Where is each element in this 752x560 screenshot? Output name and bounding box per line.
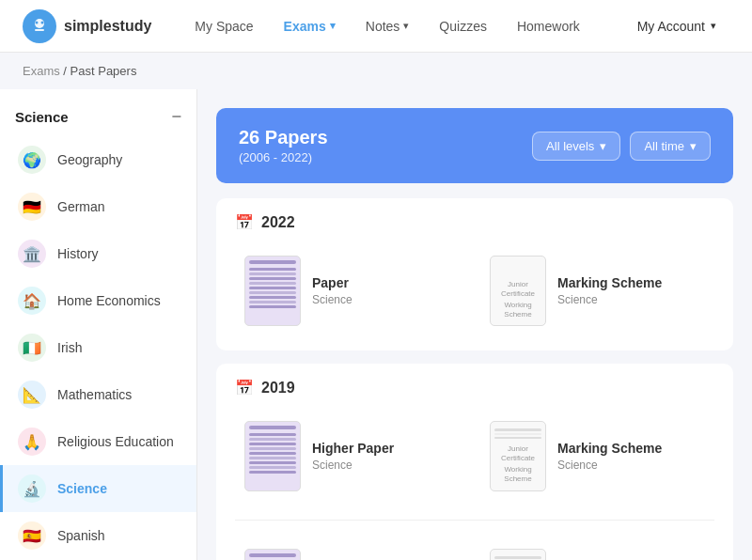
filter-group: All levels ▾ All time ▾ [532,132,711,161]
german-icon: 🇩🇪 [18,193,46,221]
header: simplestudy My Space Exams ▾ Notes ▾ Qui… [0,0,752,53]
filter-time-button[interactable]: All time ▾ [630,132,711,161]
levels-chevron-icon: ▾ [600,139,606,153]
year-header-2022: 📅 2022 [235,213,714,231]
papers-divider [235,520,714,521]
account-button[interactable]: My Account ▾ [624,11,729,41]
svg-point-2 [36,21,39,23]
sidebar-item-mathematics[interactable]: 📐 Mathematics [0,371,196,418]
history-icon: 🏛️ [18,240,46,268]
year-section-2019: 📅 2019 [216,364,733,560]
papers-info: 26 Papers (2006 - 2022) [239,127,328,164]
papers-grid-2022: Paper Science [235,246,714,335]
marking-thumbnail-2019-2: Junior Certificate Working Scheme [490,549,546,560]
mathematics-icon: 📐 [18,381,46,409]
marking-thumbnail-2019-1: Junior Certificate Working Scheme [490,421,546,491]
papers-header: 26 Papers (2006 - 2022) All levels ▾ All… [216,108,733,183]
main-content: 26 Papers (2006 - 2022) All levels ▾ All… [197,89,752,560]
sidebar-title: Science − [0,104,196,136]
sidebar-item-home-economics[interactable]: 🏠 Home Economics [0,277,196,324]
papers-grid-2019: Higher Paper Science Ju [235,412,714,560]
marking-info-2022: Marking Scheme Science [557,275,662,306]
logo[interactable]: simplestudy [23,9,151,43]
spanish-icon: 🇪🇸 [18,521,46,550]
filter-levels-button[interactable]: All levels ▾ [532,132,620,161]
svg-point-3 [41,21,44,23]
sidebar-item-science[interactable]: 🔬 Science [0,465,196,512]
svg-rect-1 [35,29,44,31]
nav-myspace[interactable]: My Space [181,11,266,41]
year-section-2022: 📅 2022 [216,198,733,350]
papers-range: (2006 - 2022) [239,150,328,164]
account-chevron-icon: ▾ [711,20,716,32]
paper-item-2019-higher[interactable]: Higher Paper Science [235,412,469,501]
header-right: My Account ▾ [624,11,729,41]
ordinary-paper-thumbnail [244,549,301,560]
collapse-icon[interactable]: − [171,108,181,125]
paper-info-2022: Paper Science [312,275,352,306]
paper-item-2022-marking[interactable]: Junior Certificate Working Scheme Markin… [480,246,714,335]
sidebar-item-spanish[interactable]: 🇪🇸 Spanish [0,512,196,559]
layout: Science − 🌍 Geography 🇩🇪 German 🏛️ Histo… [0,89,752,560]
irish-icon: 🇮🇪 [18,334,46,362]
papers-count: 26 Papers [239,127,328,148]
calendar-2019-icon: 📅 [235,379,254,397]
year-header-2019: 📅 2019 [235,379,714,397]
nav-quizzes[interactable]: Quizzes [426,11,500,41]
nav-exams[interactable]: Exams ▾ [271,11,349,41]
paper-item-2022-paper[interactable]: Paper Science [235,246,469,335]
breadcrumb: Exams / Past Papers [0,53,752,89]
home-economics-icon: 🏠 [18,287,46,315]
notes-chevron-icon: ▾ [403,20,409,32]
higher-paper-thumbnail [244,421,301,491]
calendar-icon: 📅 [235,213,254,231]
nav-notes[interactable]: Notes ▾ [352,11,423,41]
time-chevron-icon: ▾ [690,139,697,153]
sidebar-item-geography[interactable]: 🌍 Geography [0,136,196,183]
sidebar-item-history[interactable]: 🏛️ History [0,230,196,277]
main-nav: My Space Exams ▾ Notes ▾ Quizzes Homewor… [181,11,623,41]
geography-icon: 🌍 [18,146,46,174]
sidebar-item-german[interactable]: 🇩🇪 German [0,183,196,230]
science-icon: 🔬 [18,474,46,503]
sidebar: Science − 🌍 Geography 🇩🇪 German 🏛️ Histo… [0,89,197,560]
religious-education-icon: 🙏 [18,428,46,456]
paper-thumbnail-2022 [244,256,301,326]
logo-icon [23,9,56,43]
paper-item-2019-ordinary[interactable]: Ordinary Paper Science [235,539,469,560]
paper-item-2019-marking2[interactable]: Junior Certificate Working Scheme Markin… [480,539,714,560]
breadcrumb-past-papers: Past Papers [70,64,137,78]
breadcrumb-exams[interactable]: Exams [23,64,60,78]
paper-item-2019-marking1[interactable]: Junior Certificate Working Scheme Markin… [480,412,714,501]
exams-chevron-icon: ▾ [330,20,336,32]
marking-thumbnail-2022: Junior Certificate Working Scheme [490,256,546,326]
sidebar-item-irish[interactable]: 🇮🇪 Irish [0,324,196,371]
sidebar-item-religious-education[interactable]: 🙏 Religious Education [0,418,196,465]
logo-text: simplestudy [64,18,151,35]
nav-homework[interactable]: Homework [504,11,593,41]
